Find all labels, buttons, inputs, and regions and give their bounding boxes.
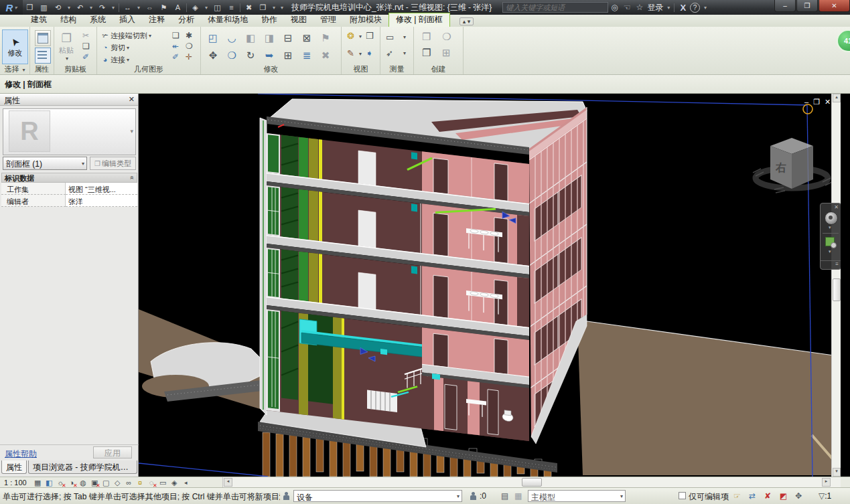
create-parts-icon[interactable]: ❐ xyxy=(422,47,431,59)
tab-properties-palette[interactable]: 属性 xyxy=(1,460,27,474)
reveal-hidden-elements-icon[interactable]: ¤ xyxy=(135,478,146,487)
copy-icon[interactable]: ❏ xyxy=(82,41,90,51)
tab-view[interactable]: 视图 xyxy=(284,13,313,27)
delete-icon[interactable]: ✖ xyxy=(316,47,335,64)
displacement-sets-icon[interactable]: ◈ xyxy=(169,478,180,487)
redo-icon[interactable]: ↷ xyxy=(95,1,109,13)
unpin-icon[interactable]: ⚑ xyxy=(316,29,335,47)
select-links-icon[interactable]: ☞ xyxy=(733,491,741,501)
section-icon[interactable]: ◫ xyxy=(210,1,224,13)
unjoin-icon[interactable]: ❍ xyxy=(186,41,193,51)
mirror-draw-icon[interactable]: ◨ xyxy=(260,29,279,47)
aligned-dimension-icon[interactable]: ⇔ xyxy=(143,1,157,13)
trim-extend-icon[interactable]: ➥ xyxy=(260,47,279,64)
shadows-icon[interactable]: ◑✕ xyxy=(66,478,78,487)
move-icon[interactable]: ✥ xyxy=(204,47,222,64)
tab-project-browser[interactable]: 项目浏览器 - 技师学院机电培训... xyxy=(28,460,137,474)
redo-dropdown-icon[interactable]: ▾ xyxy=(109,1,117,13)
identity-data-header[interactable]: 标识数据 » xyxy=(1,173,137,183)
horizontal-scroll-thumb[interactable] xyxy=(522,478,542,487)
tab-massing-site[interactable]: 体量和场地 xyxy=(201,13,255,27)
tab-manage[interactable]: 管理 xyxy=(313,13,343,27)
cut-icon[interactable]: ✂ xyxy=(82,31,89,40)
viewbar-collapse-icon[interactable]: ◂ xyxy=(180,478,192,487)
design-option-combo[interactable]: 主模型▾ xyxy=(528,490,626,502)
panel-select-label[interactable]: 选择 ▾ xyxy=(0,64,29,74)
paste-button[interactable]: ❐ 粘贴 ▾ xyxy=(56,30,76,62)
aligned-dim-icon[interactable]: ➶ xyxy=(386,48,393,58)
horizontal-scrollbar[interactable]: ◂ ▸ xyxy=(222,477,841,488)
cut-joins-button[interactable]: ✃ 连接端切割▾ xyxy=(100,29,151,41)
align-icon[interactable]: ◰ xyxy=(204,29,222,47)
navbar-expand-icon[interactable]: ≡ xyxy=(821,260,841,269)
select-pinned-icon[interactable]: ✘ xyxy=(764,491,771,501)
scale-icon[interactable]: ≣ xyxy=(297,47,316,64)
help-dropdown-icon[interactable]: ▾ xyxy=(701,1,709,13)
tab-systems[interactable]: 系统 xyxy=(83,13,113,27)
select-by-face-icon[interactable]: ◩ xyxy=(780,491,787,501)
viewcube[interactable]: 右 xyxy=(753,138,833,193)
favorites-star-icon[interactable]: ☆ xyxy=(636,3,644,12)
rotate-icon[interactable]: ↻ xyxy=(241,47,260,64)
vertical-scroll-thumb[interactable] xyxy=(833,278,841,301)
hand-icon[interactable]: ☜ xyxy=(624,3,631,12)
ribbon-collapse-button[interactable]: ▴ ▾ xyxy=(459,17,474,25)
temporary-hide-isolate-icon[interactable]: ∞ xyxy=(123,478,135,487)
render-icon[interactable]: ❒ xyxy=(366,31,374,41)
view-lock-icon[interactable]: ◇ xyxy=(112,478,123,487)
vertical-scrollbar[interactable]: ▴ ▾ xyxy=(831,94,841,477)
save-icon[interactable]: ▥ xyxy=(37,1,51,13)
view-minimize-icon[interactable]: ‒ xyxy=(804,98,808,106)
properties-palette-button[interactable] xyxy=(35,30,51,46)
steering-wheel-icon[interactable] xyxy=(825,212,838,225)
close-hidden-windows-icon[interactable]: ✖ xyxy=(242,1,256,13)
scale-button[interactable]: 1 : 100 xyxy=(4,479,27,487)
properties-help-link[interactable]: 属性帮助 xyxy=(5,448,37,460)
measure-tool-icon[interactable]: ▭ xyxy=(386,32,394,42)
create-similar-icon[interactable]: ⊞ xyxy=(442,47,451,59)
measure-icon[interactable]: ↔ xyxy=(121,1,135,13)
search-input[interactable] xyxy=(502,2,608,13)
selection-box-icon[interactable]: ➧ xyxy=(366,48,373,58)
signin-dropdown-icon[interactable]: ▾ xyxy=(664,1,672,13)
tab-addins[interactable]: 附加模块 xyxy=(343,13,388,27)
match-type-icon[interactable]: ✐ xyxy=(82,52,89,62)
open-icon[interactable]: ❒ xyxy=(23,1,37,13)
filter-icon[interactable]: ▽:1 xyxy=(819,491,831,501)
type-properties-button[interactable] xyxy=(35,48,51,64)
switch-windows-dropdown-icon[interactable]: ▾ xyxy=(270,1,278,13)
customize-qat-icon[interactable]: ▾ xyxy=(278,1,286,13)
text-icon[interactable]: A xyxy=(171,1,185,13)
app-menu-button[interactable]: R▾ xyxy=(0,0,23,15)
dim-dropdown-icon[interactable]: ▾ xyxy=(403,50,406,56)
sun-path-icon[interactable]: ☼✕ xyxy=(55,478,66,487)
collapse-chevron-icon[interactable]: » xyxy=(129,176,136,180)
3d-dropdown-icon[interactable]: ▾ xyxy=(202,1,210,13)
create-assembly-icon[interactable]: ❍ xyxy=(442,31,451,43)
editing-requests-icon[interactable] xyxy=(469,492,478,501)
exchange-apps-icon[interactable]: X xyxy=(680,3,686,13)
type-selector[interactable]: 剖面框 (1)▾ xyxy=(3,157,87,170)
design-options-pick-icon[interactable]: ▦ xyxy=(514,491,522,501)
copy-element-icon[interactable]: ❍ xyxy=(222,47,241,64)
building-section[interactable] xyxy=(260,99,588,449)
crop-view-icon[interactable]: ▣✕ xyxy=(89,478,100,487)
select-underlay-icon[interactable]: ⇄ xyxy=(749,491,756,501)
tag-icon[interactable]: ⚑ xyxy=(157,1,171,13)
undo-icon[interactable]: ↶ xyxy=(73,1,87,13)
beam-joins-icon[interactable]: ✱ xyxy=(186,31,192,40)
default-3d-view-icon[interactable]: ◈ xyxy=(188,1,202,13)
sync-icon[interactable]: ⟲ xyxy=(51,1,65,13)
array-icon[interactable]: ⊞ xyxy=(279,47,297,64)
reveal-hidden-icon[interactable]: ❂ xyxy=(347,31,354,41)
workset-value[interactable]: 视图 “三维视... xyxy=(66,183,137,195)
wall-core-icon[interactable]: ↞ xyxy=(172,41,179,51)
active-workset-combo[interactable]: 设备▾ xyxy=(293,490,462,502)
drawing-area[interactable]: 右 ‒ ❐ ✕ ✕ ▾ ▾ ≡ ▴ xyxy=(139,94,841,477)
undo-dropdown-icon[interactable]: ▾ xyxy=(87,1,95,13)
sync-dropdown-icon[interactable]: ▾ xyxy=(65,1,73,13)
cut-geometry-button[interactable]: ◔ 剪切▾ xyxy=(100,41,129,54)
palette-close-icon[interactable]: ✕ xyxy=(129,95,135,104)
modify-button[interactable]: ➤ 修改 xyxy=(2,29,28,64)
split-face-icon[interactable]: ✐ xyxy=(172,52,179,62)
